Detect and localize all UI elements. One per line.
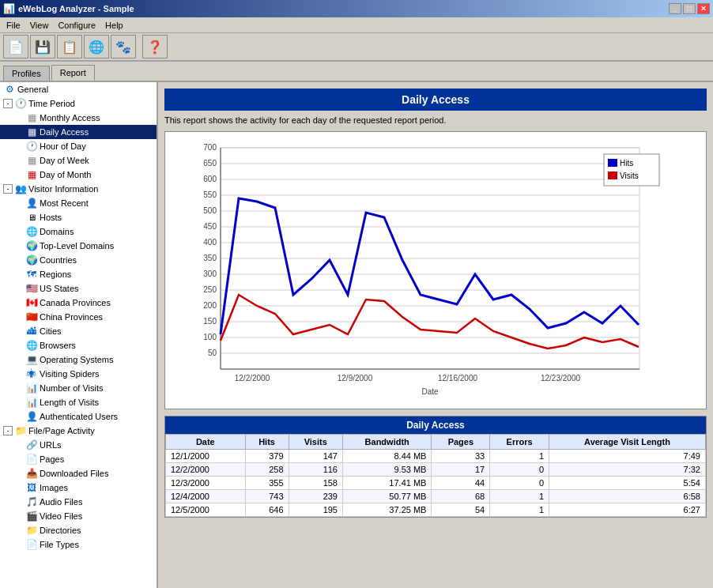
sidebar-label-images: Images <box>40 483 68 492</box>
refresh-button[interactable]: 🐾 <box>111 35 136 58</box>
sidebar-label-directories: Directories <box>40 526 81 535</box>
sidebar-item-hour-of-day[interactable]: 🕐 Hour of Day <box>0 139 157 153</box>
authenticated-users-icon: 👤 <box>25 410 38 423</box>
sidebar-item-time-period[interactable]: - 🕐 Time Period <box>0 96 157 111</box>
sidebar-label-browsers: Browsers <box>40 341 76 350</box>
expand-visitor-info[interactable]: - <box>3 184 13 194</box>
sidebar-item-visiting-spiders[interactable]: 🕷 Visiting Spiders <box>0 367 157 381</box>
svg-rect-38 <box>608 159 617 167</box>
images-icon: 🖼 <box>25 481 38 494</box>
svg-text:Date: Date <box>421 387 439 396</box>
expand-time-period[interactable]: - <box>3 99 13 108</box>
open-button[interactable]: 📋 <box>57 35 82 58</box>
expand-file-page-activity[interactable]: - <box>3 426 13 435</box>
cell-4-5: 1 <box>490 503 549 517</box>
sidebar-item-general[interactable]: ⚙ General <box>0 82 157 96</box>
col-errors: Errors <box>490 435 549 450</box>
cell-2-6: 5:54 <box>549 477 706 490</box>
sidebar-label-regions: Regions <box>40 270 71 279</box>
cell-0-5: 1 <box>490 450 549 463</box>
title-bar: 📊 eWebLog Analyzer - Sample _ □ ✕ <box>0 0 713 17</box>
sidebar-item-countries[interactable]: 🌍 Countries <box>0 253 157 267</box>
sidebar-item-images[interactable]: 🖼 Images <box>0 481 157 495</box>
sidebar-item-file-types[interactable]: 📄 File Types <box>0 537 157 552</box>
menu-file[interactable]: File <box>2 19 25 32</box>
sidebar-item-day-of-month[interactable]: ▦ Day of Month <box>0 168 157 182</box>
sidebar-item-number-of-visits[interactable]: 📊 Number of Visits <box>0 381 157 395</box>
sidebar-item-domains[interactable]: 🌐 Domains <box>0 224 157 239</box>
svg-text:Hits: Hits <box>620 159 633 168</box>
visiting-spiders-icon: 🕷 <box>25 368 38 380</box>
cell-1-3: 9.53 MB <box>342 463 431 477</box>
svg-rect-40 <box>608 172 617 179</box>
svg-text:Visits: Visits <box>620 172 639 180</box>
sidebar-item-regions[interactable]: 🗺 Regions <box>0 267 157 281</box>
sidebar-label-hour-of-day: Hour of Day <box>40 141 86 151</box>
sidebar-item-length-of-visits[interactable]: 📊 Length of Visits <box>0 395 157 409</box>
tab-profiles[interactable]: Profiles <box>3 66 50 81</box>
toolbar: 📄 💾 📋 🌐 🐾 ❓ <box>0 33 713 62</box>
cell-3-6: 6:58 <box>549 490 706 503</box>
canada-provinces-icon: 🇨🇦 <box>25 296 38 309</box>
new-button[interactable]: 📄 <box>3 35 28 58</box>
table-title: Daily Access <box>165 416 706 434</box>
sidebar-label-countries: Countries <box>40 255 77 265</box>
sidebar-item-file-page-activity[interactable]: - 📁 File/Page Activity <box>0 424 157 438</box>
audio-files-icon: 🎵 <box>25 496 38 508</box>
sidebar-label-file-types: File Types <box>40 540 79 549</box>
cities-icon: 🏙 <box>25 325 38 337</box>
sidebar-item-downloaded-files[interactable]: 📥 Downloaded Files <box>0 466 157 481</box>
countries-icon: 🌍 <box>25 254 38 266</box>
cell-0-1: 379 <box>245 450 289 463</box>
sidebar-item-visitor-info[interactable]: - 👥 Visitor Information <box>0 182 157 196</box>
report-description: This report shows the activity for each … <box>158 114 713 131</box>
sidebar-label-day-of-week: Day of Week <box>40 156 89 165</box>
svg-text:100: 100 <box>203 333 217 341</box>
sidebar-item-most-recent[interactable]: 👤 Most Recent <box>0 196 157 210</box>
tab-report[interactable]: Report <box>51 65 95 81</box>
sidebar-item-top-level-domains[interactable]: 🌍 Top-Level Domains <box>0 239 157 253</box>
sidebar-item-day-of-week[interactable]: ▦ Day of Week <box>0 153 157 168</box>
sidebar-label-operating-systems: Operating Systems <box>40 355 114 364</box>
cell-0-3: 8.44 MB <box>342 450 431 463</box>
cell-4-2: 195 <box>289 503 342 517</box>
svg-text:200: 200 <box>203 301 217 310</box>
sidebar: ⚙ General - 🕐 Time Period ▦ Monthly Acce… <box>0 82 158 588</box>
sidebar-item-pages[interactable]: 📄 Pages <box>0 452 157 466</box>
sidebar-item-monthly-access[interactable]: ▦ Monthly Access <box>0 111 157 125</box>
cell-0-6: 7:49 <box>549 450 706 463</box>
close-button[interactable]: ✕ <box>697 3 710 14</box>
window-controls[interactable]: _ □ ✕ <box>669 3 710 14</box>
sidebar-item-audio-files[interactable]: 🎵 Audio Files <box>0 495 157 509</box>
browser-button[interactable]: 🌐 <box>84 35 109 58</box>
sidebar-item-daily-access[interactable]: ▦ Daily Access <box>0 125 157 139</box>
cell-1-6: 7:32 <box>549 463 706 477</box>
sidebar-item-operating-systems[interactable]: 💻 Operating Systems <box>0 352 157 367</box>
sidebar-item-hosts[interactable]: 🖥 Hosts <box>0 210 157 224</box>
sidebar-label-cities: Cities <box>40 326 62 336</box>
tab-bar: Profiles Report <box>0 62 713 81</box>
help-button[interactable]: ❓ <box>142 35 168 58</box>
sidebar-item-cities[interactable]: 🏙 Cities <box>0 324 157 338</box>
menu-help[interactable]: Help <box>100 19 128 32</box>
sidebar-item-urls[interactable]: 🔗 URLs <box>0 438 157 452</box>
sidebar-item-directories[interactable]: 📁 Directories <box>0 523 157 537</box>
cell-2-2: 158 <box>289 477 342 490</box>
sidebar-item-us-states[interactable]: 🇺🇸 US States <box>0 281 157 296</box>
sidebar-item-china-provinces[interactable]: 🇨🇳 China Provinces <box>0 310 157 324</box>
browser-icon: 🌐 <box>89 40 104 55</box>
sidebar-item-video-files[interactable]: 🎬 Video Files <box>0 509 157 523</box>
menu-configure[interactable]: Configure <box>53 19 100 32</box>
minimize-button[interactable]: _ <box>669 3 681 14</box>
sidebar-label-pages: Pages <box>40 454 64 464</box>
cell-2-5: 0 <box>490 477 549 490</box>
table-row: 12/5/200064619537.25 MB5416:27 <box>166 503 706 517</box>
sidebar-item-canada-provinces[interactable]: 🇨🇦 Canada Provinces <box>0 296 157 310</box>
maximize-button[interactable]: □ <box>683 3 696 14</box>
table-row: 12/1/20003791478.44 MB3317:49 <box>166 450 706 463</box>
sidebar-label-urls: URLs <box>40 440 62 450</box>
save-button[interactable]: 💾 <box>30 35 55 58</box>
sidebar-item-browsers[interactable]: 🌐 Browsers <box>0 338 157 352</box>
menu-view[interactable]: View <box>25 19 54 32</box>
sidebar-item-authenticated-users[interactable]: 👤 Authenticated Users <box>0 409 157 424</box>
